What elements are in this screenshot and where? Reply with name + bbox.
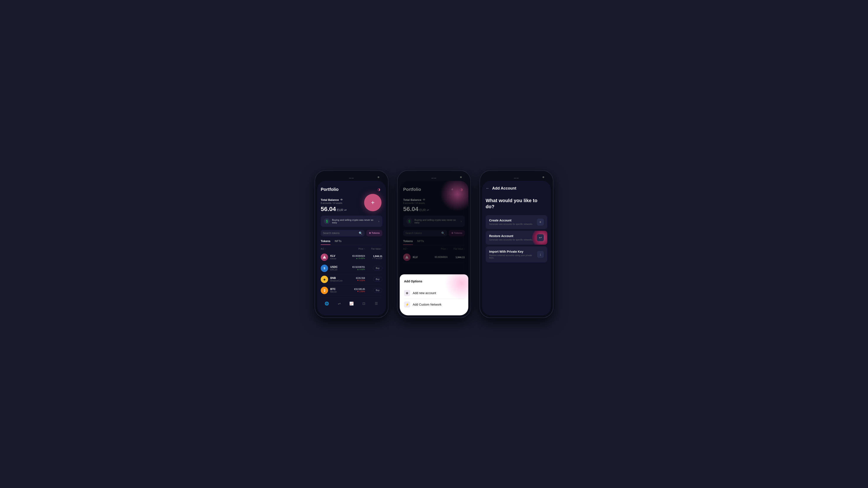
token-info-klv-1: KLV Klever	[330, 254, 348, 260]
search-icon-1: 🔍	[359, 231, 362, 235]
token-row-bnb-1: ◈ BNB BinanceCoin €226.558 ▼ 0.32% Buy	[321, 274, 382, 285]
promo-banner-1[interactable]: 💲 Buying and selling crypto was never so…	[321, 216, 382, 227]
table-header-1: A/Z ↑ Price ↑ Flat Value ↑	[321, 248, 382, 250]
option-restore-info-3: Restore Account Generate new accounts fo…	[489, 234, 533, 241]
option-restore-3[interactable]: Restore Account Generate new accounts fo…	[486, 231, 547, 245]
search-wrap-1: 🔍	[321, 230, 365, 236]
token-icon-btc-1: ₿	[321, 287, 328, 294]
pink-blob-2	[440, 181, 468, 211]
token-list-1: KLV Klever €0.00384924 ▲ 10.82% 1,944.11…	[321, 252, 382, 296]
modal-item-icon-add: ⊕	[404, 290, 410, 296]
phone-screen-3: ← Add Account What would you like to do?…	[482, 181, 551, 315]
notch-2	[423, 173, 445, 178]
phone-frame-3: —— ← Add Account What would you like to …	[479, 170, 553, 318]
bottom-nav-1: 🌐 ⇌ 📈 ⊡ ☰	[321, 298, 382, 308]
token-price-col-klv-1: €0.00384924 ▲ 10.82%	[348, 255, 365, 259]
token-name-klv-1: KLV	[330, 254, 348, 257]
token-price-btc-1: €33,595.85	[348, 288, 365, 290]
option-create-icon-3: +	[537, 219, 544, 226]
eye-icon-1[interactable]: 👁	[340, 198, 343, 201]
option-import-title-3: Import With Private Key	[489, 250, 537, 253]
modal-item-custom-network[interactable]: ⚡ Add Custom Network	[404, 299, 464, 310]
col-flat-1[interactable]: Flat Value ↑	[365, 248, 382, 250]
token-info-bnb-1: BNB BinanceCoin	[330, 276, 348, 282]
add-account-question-3: What would you like to do?	[486, 198, 547, 210]
phone-frame-1: —— + Portfolio ◑ Total Balance 👁	[315, 170, 389, 318]
buy-btn-usdc-1[interactable]: Buy	[373, 266, 382, 270]
tab-nfts-1[interactable]: NFTs	[335, 239, 342, 245]
option-restore-icon-3: ↩	[537, 234, 544, 241]
screens-container: —— + Portfolio ◑ Total Balance 👁	[315, 170, 553, 318]
token-sub-bnb-1: BinanceCoin	[330, 280, 348, 282]
col-price-1[interactable]: Price ↑	[342, 248, 365, 250]
add-options-modal: Add Options ⊕ Add new account ⚡ Add Cust…	[400, 274, 468, 315]
header-actions-1: ◑	[375, 186, 382, 193]
col-az-1[interactable]: A/Z ↑	[321, 248, 342, 250]
option-restore-title-3: Restore Account	[489, 234, 533, 238]
option-create-sub-3: Generate new accounts for specific netwo…	[489, 223, 533, 225]
camera-dot-1	[378, 176, 379, 178]
notch-bar-2: ——	[400, 173, 468, 181]
token-name-usdc-1: USDC	[330, 265, 348, 268]
account-options-3: Create Account Generate new accounts for…	[486, 215, 547, 262]
token-value-col-klv-1: 1,944.11 ≈ 7.48 EUR	[365, 255, 382, 260]
phone-screen-2: Portfolio + ◑ Total Balance 👁 8 accounts…	[400, 181, 468, 315]
token-change-bnb-1: ▼ 0.32%	[348, 279, 365, 282]
option-create-info-3: Create Account Generate new accounts for…	[489, 219, 533, 225]
add-account-header-3: ← Add Account	[486, 184, 547, 192]
tab-tokens-1[interactable]: Tokens	[321, 239, 331, 245]
camera-dot-2	[460, 176, 462, 178]
nav-swap-1[interactable]: ⇌	[336, 301, 342, 307]
modal-overlay-2[interactable]: Add Options ⊕ Add new account ⚡ Add Cust…	[400, 181, 468, 315]
notch-3	[506, 173, 527, 178]
search-row-1: 🔍 ⊕ Tokens	[321, 230, 382, 236]
balance-amount-1: 56.04	[321, 206, 336, 212]
token-change-btc-1: ▼ 2.50%	[348, 290, 365, 293]
notch-bar-1: ——	[317, 173, 386, 181]
option-create-3[interactable]: Create Account Generate new accounts for…	[486, 215, 547, 229]
token-icon-bnb-1: ◈	[321, 276, 328, 283]
token-price-col-usdc-1: €0.92208781 ▲ 0.02%	[348, 266, 365, 270]
token-price-usdc-1: €0.92208781	[348, 266, 365, 268]
option-restore-sub-3: Generate new accounts for specific netwo…	[489, 238, 533, 241]
promo-text-1: Buying and selling crypto was never so e…	[332, 219, 376, 224]
add-button-large-1[interactable]: +	[364, 194, 381, 211]
token-eur-klv-1: ≈ 7.48 EUR	[365, 257, 382, 260]
token-sub-klv-1: Klever	[330, 257, 348, 260]
back-button-3[interactable]: ←	[486, 186, 490, 191]
svg-marker-0	[323, 256, 326, 259]
modal-item-icon-network: ⚡	[404, 301, 410, 307]
option-import-info-3: Import With Private Key Restore external…	[489, 250, 537, 259]
nav-wallet-1[interactable]: ⊡	[361, 301, 367, 307]
nav-menu-1[interactable]: ☰	[373, 301, 379, 307]
buy-btn-bnb-1[interactable]: Buy	[373, 277, 382, 282]
buy-btn-btc-1[interactable]: Buy	[373, 288, 382, 293]
token-icon-usdc-1: $	[321, 265, 328, 272]
modal-item-add-account[interactable]: ⊕ Add new account	[404, 287, 464, 299]
promo-icon-1: 💲	[324, 218, 330, 224]
phone-frame-2: —— Portfolio + ◑ Total Balance 👁	[397, 170, 471, 318]
tokens-btn-1[interactable]: ⊕ Tokens	[366, 230, 382, 236]
token-price-klv-1: €0.00384924	[348, 255, 365, 257]
phone-screen-1: + Portfolio ◑ Total Balance 👁 8 accounts…	[317, 181, 386, 315]
chart-icon-1[interactable]: ◑	[375, 186, 382, 193]
token-value-col-usdc-1: Buy	[365, 266, 382, 270]
token-name-bnb-1: BNB	[330, 276, 348, 280]
nav-globe-1[interactable]: 🌐	[324, 301, 330, 307]
header-1: Portfolio ◑	[321, 184, 382, 195]
page-title-1: Portfolio	[321, 187, 339, 192]
token-price-bnb-1: €226.558	[348, 277, 365, 279]
token-info-usdc-1: USDC ERC20	[330, 265, 348, 271]
nav-chart-1[interactable]: 📈	[348, 301, 354, 307]
notch-bar-3: ——	[482, 173, 551, 181]
modal-title-2: Add Options	[404, 280, 464, 283]
add-account-title-3: Add Account	[492, 186, 516, 191]
search-input-1[interactable]	[323, 230, 358, 236]
notch-1	[341, 173, 362, 178]
option-import-3[interactable]: Import With Private Key Restore external…	[486, 247, 547, 262]
token-info-btc-1: BTC Bitcoin	[330, 288, 348, 293]
token-row-btc-1: ₿ BTC Bitcoin €33,595.85 ▼ 2.50% Buy	[321, 285, 382, 296]
camera-dot-3	[542, 176, 544, 178]
tabs-1: Tokens NFTs	[321, 239, 382, 245]
balance-currency-1: EUR ⇌	[337, 208, 347, 212]
